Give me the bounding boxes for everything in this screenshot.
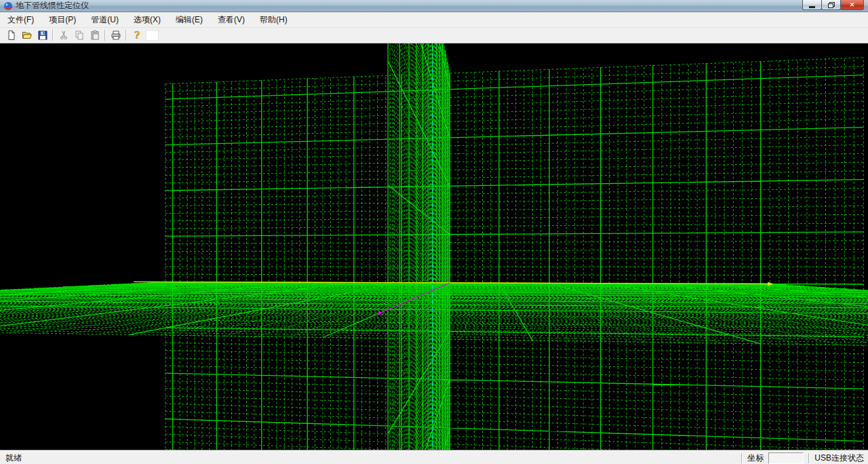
toolbar: ? [0,28,868,43]
status-ready-text: 就绪 [5,452,22,464]
minimize-icon [809,6,815,8]
save-button[interactable] [35,28,50,43]
blank-box [146,30,159,41]
paste-button [87,28,102,43]
app-window: 地下管线惯性定位仪 ✕ 文件(F)项目(P)管道(U)选项(X)编辑(E)查看(… [0,0,868,464]
save-icon [37,30,48,41]
status-right-group: 坐标 USB连接状态 [741,452,867,464]
blank-box-button [144,28,160,43]
print-icon [111,30,121,41]
new-document-icon [6,30,17,41]
status-divider [741,453,743,463]
close-icon: ✕ [850,1,855,8]
menu-item-4[interactable]: 选项(X) [126,12,168,27]
window-controls: ✕ [803,0,864,10]
help-button[interactable]: ? [129,28,144,43]
toolbar-separator [125,30,127,41]
help-icon: ? [132,30,142,41]
menu-item-5[interactable]: 编辑(E) [168,12,210,27]
menu-item-1[interactable]: 文件(F) [0,12,41,27]
app-icon [3,1,13,11]
restore-icon [828,2,834,7]
copy-icon [74,30,85,41]
status-divider [808,453,810,463]
menu-item-2[interactable]: 项目(P) [41,12,83,27]
3d-viewport[interactable] [0,43,868,450]
usb-status-label: USB连接状态 [814,452,867,464]
cut-icon [58,30,69,41]
toolbar-separator [104,30,106,41]
toolbar-separator [52,30,54,41]
menu-bar: 文件(F)项目(P)管道(U)选项(X)编辑(E)查看(V)帮助(H) [0,12,868,28]
menu-item-6[interactable]: 查看(V) [210,12,252,27]
close-button[interactable]: ✕ [840,0,864,10]
print-button[interactable] [108,28,123,43]
grid-lines [0,43,868,450]
new-document-button[interactable] [3,28,19,43]
window-title: 地下管线惯性定位仪 [16,0,89,12]
coordinate-value-box [768,452,804,464]
cut-button [56,28,71,43]
menu-item-7[interactable]: 帮助(H) [252,12,295,27]
status-bar: 就绪 坐标 USB连接状态 [0,450,868,464]
open-folder-button[interactable] [19,28,35,43]
menu-item-3[interactable]: 管道(U) [83,12,126,27]
open-folder-icon [22,30,33,41]
copy-button [71,28,87,43]
svg-text:?: ? [134,30,139,41]
3d-view-container [0,43,868,450]
paste-icon [90,30,100,41]
title-bar[interactable]: 地下管线惯性定位仪 ✕ [0,0,868,12]
restore-button[interactable] [821,0,841,10]
coordinate-label: 坐标 [747,452,764,464]
minimize-button[interactable] [802,0,822,10]
